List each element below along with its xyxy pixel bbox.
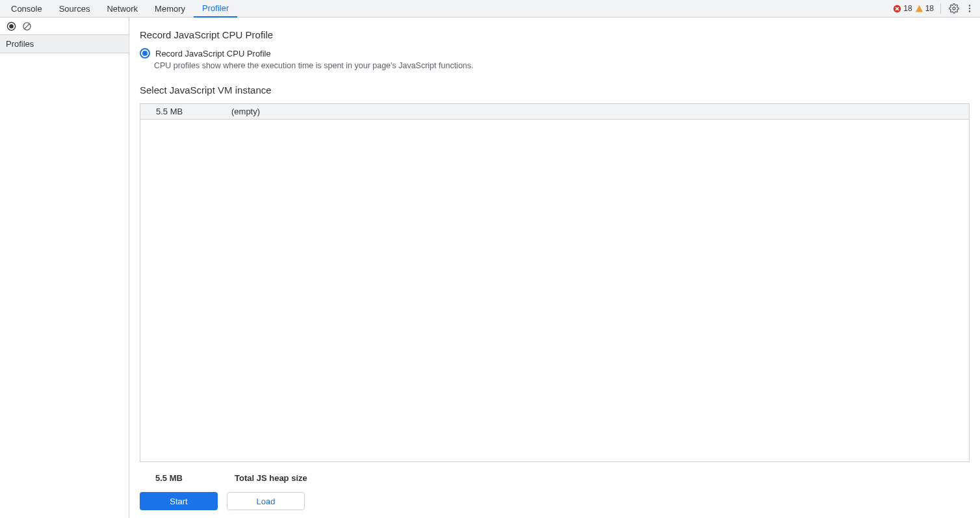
heap-total-size: 5.5 MB (140, 473, 235, 483)
devtools-tab-bar: Console Sources Network Memory Profiler … (0, 0, 980, 18)
heap-summary: 5.5 MB Total JS heap size (140, 469, 970, 487)
warning-count-value: 18 (925, 4, 934, 13)
kebab-icon (965, 4, 974, 13)
start-button[interactable]: Start (140, 492, 218, 510)
record-icon (6, 21, 16, 31)
svg-point-2 (969, 5, 971, 6)
vm-instance-row[interactable]: 5.5 MB (empty) (140, 104, 969, 120)
status-group: 18 18 (893, 2, 980, 15)
tab-network[interactable]: Network (98, 0, 146, 18)
select-vm-title: Select JavaScript VM instance (140, 84, 970, 96)
error-icon (893, 5, 901, 13)
tab-sources[interactable]: Sources (51, 0, 99, 18)
error-count[interactable]: 18 (893, 4, 912, 13)
settings-button[interactable] (948, 2, 961, 15)
record-cpu-profile-radio[interactable] (140, 48, 150, 58)
profiler-content: Record JavaScript CPU Profile Record Jav… (129, 18, 980, 518)
profiles-section-header[interactable]: Profiles (0, 35, 129, 53)
svg-line-8 (24, 23, 29, 29)
clear-icon (22, 21, 32, 31)
profiler-action-buttons: Start Load (140, 492, 970, 510)
divider (940, 3, 941, 14)
record-button[interactable] (5, 20, 17, 32)
tab-profiler[interactable]: Profiler (194, 0, 237, 18)
svg-point-4 (969, 10, 971, 12)
warning-count[interactable]: 18 (915, 4, 934, 13)
load-button[interactable]: Load (227, 492, 305, 510)
gear-icon (949, 3, 959, 14)
vm-instance-list: 5.5 MB (empty) (140, 103, 970, 462)
svg-point-3 (969, 8, 971, 10)
heap-total-label: Total JS heap size (235, 473, 307, 483)
sidebar-toolbar (0, 18, 129, 35)
tab-memory[interactable]: Memory (146, 0, 194, 18)
tab-console[interactable]: Console (3, 0, 51, 18)
svg-point-1 (953, 7, 955, 10)
more-options-button[interactable] (963, 2, 976, 15)
record-cpu-profile-description: CPU profiles show where the execution ti… (154, 61, 970, 70)
profiles-sidebar: Profiles (0, 18, 129, 518)
error-count-value: 18 (903, 4, 912, 13)
record-profile-title: Record JavaScript CPU Profile (140, 29, 970, 40)
vm-instance-name: (empty) (231, 107, 260, 116)
radio-selected-icon (142, 51, 148, 56)
svg-point-6 (9, 24, 14, 29)
record-cpu-profile-label[interactable]: Record JavaScript CPU Profile (155, 49, 271, 58)
clear-button[interactable] (21, 20, 32, 32)
warning-icon (915, 5, 923, 13)
vm-instance-size: 5.5 MB (140, 107, 231, 116)
